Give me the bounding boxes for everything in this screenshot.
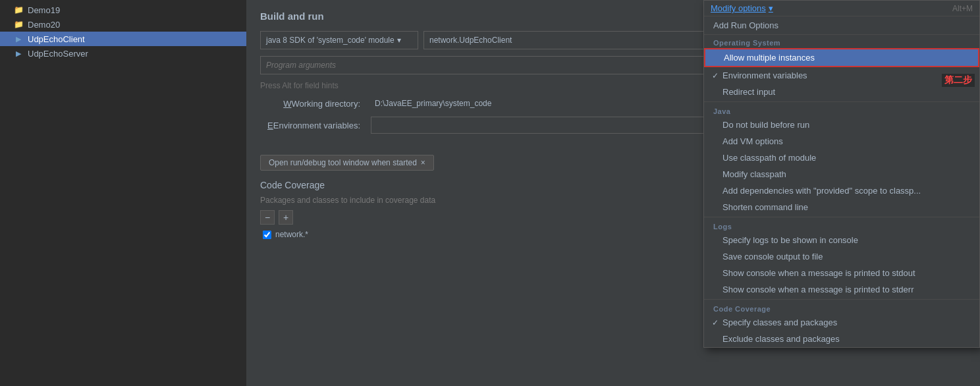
file-icon: ▶: [13, 34, 24, 44]
dropdown-header: Modify options ▾ Alt+M: [704, 1, 979, 16]
save-console-label: Save console output to file: [722, 252, 823, 262]
divider-logs: [704, 217, 979, 217]
add-run-options-label: Add Run Options: [713, 20, 778, 30]
allow-multiple-label: Allow multiple instances: [724, 53, 815, 63]
specify-logs-label: Specify logs to be shown in console: [722, 235, 858, 245]
open-run-debug-label: Open run/debug tool window when started: [269, 158, 417, 167]
dropdown-item-shorten-cmdline[interactable]: Shorten command line: [704, 199, 979, 215]
sidebar-item-label: UdpEchoServer: [28, 49, 88, 59]
redirect-input-label: Redirect input: [722, 87, 775, 97]
dropdown-item-save-console[interactable]: Save console output to file: [704, 248, 979, 265]
dropdown-item-allow-multiple[interactable]: Allow multiple instances: [704, 48, 979, 67]
folder-icon: 📁: [13, 19, 24, 30]
dropdown-item-specify-classes[interactable]: Specify classes and packages: [704, 314, 979, 331]
divider-java: [704, 101, 979, 102]
section-label-logs: Logs: [704, 219, 979, 232]
dropdown-arrow-icon: ▾: [769, 3, 773, 13]
sidebar: 📁 Demo19 📁 Demo20 ▶ UdpEchoClient ▶ UdpE…: [0, 0, 247, 386]
exclude-classes-label: Exclude classes and packages: [722, 334, 840, 344]
open-run-debug-button[interactable]: Open run/debug tool window when started …: [260, 155, 434, 171]
dropdown-item-use-classpath[interactable]: Use classpath of module: [704, 150, 979, 166]
shorten-cmdline-label: Shorten command line: [722, 202, 808, 212]
dropdown-item-exclude-classes[interactable]: Exclude classes and packages: [704, 331, 979, 347]
sidebar-item-demo19[interactable]: 📁 Demo19: [0, 3, 246, 17]
add-dependencies-label: Add dependencies with "provided" scope t…: [722, 186, 921, 196]
folder-icon: 📁: [13, 5, 24, 15]
section-label-java: Java: [704, 103, 979, 117]
dropdown-item-no-build[interactable]: Do not build before run: [704, 117, 979, 133]
modify-options-btn[interactable]: Modify options ▾: [711, 3, 773, 13]
sdk-label: java 8 SDK of 'system_code' module: [266, 36, 395, 45]
dropdown-item-show-stdout[interactable]: Show console when a message is printed t…: [704, 265, 979, 281]
dropdown-item-show-stderr[interactable]: Show console when a message is printed t…: [704, 281, 979, 298]
specify-classes-label: Specify classes and packages: [722, 317, 837, 327]
add-run-options-item[interactable]: Add Run Options: [704, 16, 979, 35]
show-stderr-label: Show console when a message is printed t…: [722, 285, 914, 294]
dropdown-item-modify-classpath[interactable]: Modify classpath: [704, 166, 979, 182]
coverage-add-btn[interactable]: +: [279, 210, 293, 225]
coverage-item-label: network.*: [275, 230, 308, 239]
dropdown-item-add-dependencies[interactable]: Add dependencies with "provided" scope t…: [704, 182, 979, 199]
file-icon: ▶: [13, 48, 24, 59]
sdk-selector[interactable]: java 8 SDK of 'system_code' module ▾: [260, 31, 418, 49]
dropdown-item-env-vars[interactable]: Environment variables: [704, 67, 979, 84]
modify-options-label: Modify options: [711, 3, 766, 13]
working-dir-label: WWorking directory:: [260, 99, 366, 109]
add-vm-label: Add VM options: [722, 136, 783, 146]
coverage-checkbox[interactable]: [263, 231, 271, 239]
sdk-dropdown-arrow: ▾: [397, 36, 401, 45]
coverage-remove-btn[interactable]: −: [260, 210, 275, 225]
dropdown-item-redirect-input[interactable]: Redirect input: [704, 84, 979, 100]
sidebar-item-label: Demo20: [28, 20, 60, 30]
use-classpath-label: Use classpath of module: [722, 153, 816, 163]
sidebar-item-udpechoclient[interactable]: ▶ UdpEchoClient: [0, 32, 246, 46]
env-vars-item-label: Environment variables: [722, 70, 807, 80]
section-label-coverage: Code Coverage: [704, 301, 979, 314]
dropdown-item-add-vm[interactable]: Add VM options: [704, 133, 979, 150]
modify-classpath-label: Modify classpath: [722, 169, 786, 179]
sidebar-item-label: Demo19: [28, 5, 60, 15]
sidebar-item-label: UdpEchoClient: [28, 34, 85, 44]
main-content: Build and run java 8 SDK of 'system_code…: [247, 0, 980, 386]
shortcut-label: Alt+M: [952, 4, 973, 13]
sidebar-item-demo20[interactable]: 📁 Demo20: [0, 17, 246, 32]
dropdown-overlay: Modify options ▾ Alt+M Add Run Options O…: [703, 0, 980, 348]
step-annotation: 第二步: [942, 74, 975, 87]
env-vars-label: EEnvironment variables:: [260, 121, 366, 130]
no-build-label: Do not build before run: [722, 120, 809, 130]
close-chip-icon[interactable]: ×: [421, 158, 425, 167]
show-stdout-label: Show console when a message is printed t…: [722, 268, 915, 278]
sidebar-item-udpechoserver[interactable]: ▶ UdpEchoServer: [0, 46, 246, 61]
dropdown-item-specify-logs[interactable]: Specify logs to be shown in console: [704, 232, 979, 248]
divider-coverage: [704, 299, 979, 300]
section-label-os: Operating System: [704, 35, 979, 48]
